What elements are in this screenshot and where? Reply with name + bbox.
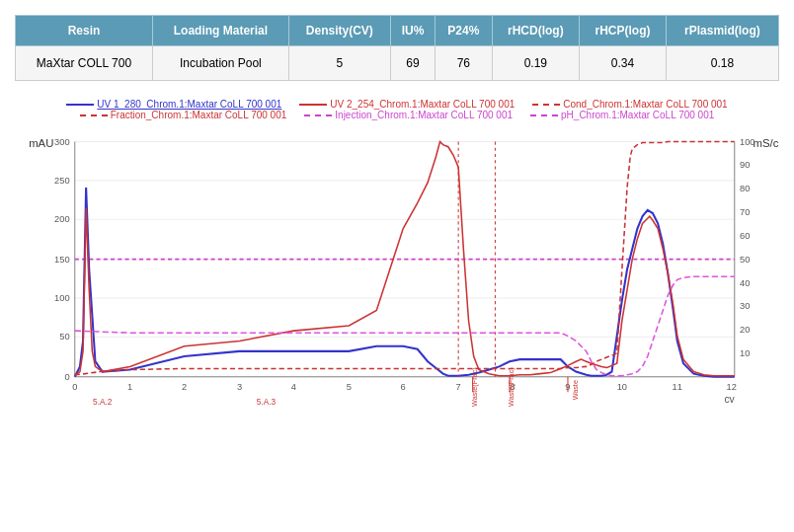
table-cell: Incubation Pool <box>153 46 289 81</box>
y-tick-150: 150 <box>54 255 70 265</box>
yr-tick-50: 50 <box>740 255 750 265</box>
legend-label: UV 1_280_Chrom.1:Maxtar CoLL 700 001 <box>97 99 281 110</box>
legend-line-color <box>80 114 108 116</box>
legend-label: UV 2_254_Chrom.1:Maxtar CoLL 700 001 <box>330 99 515 110</box>
yr-tick-20: 20 <box>740 325 750 335</box>
table-cell: MaXtar COLL 700 <box>16 46 153 81</box>
legend-label: Injection_Chrom.1:Maxtar CoLL 700 001 <box>335 110 513 120</box>
x-tick-11: 11 <box>673 382 682 392</box>
chart-svg: mAU mS/cm 300 250 200 150 100 50 0 100 9… <box>15 126 779 413</box>
annotation-5a3: 5.A.3 <box>257 398 277 407</box>
legend-item: UV 1_280_Chrom.1:Maxtar CoLL 700 001 <box>66 99 281 110</box>
legend-line-color <box>299 104 327 106</box>
table-cell: 0.34 <box>580 46 667 81</box>
legend-line-color <box>304 114 332 116</box>
yr-tick-10: 10 <box>740 348 750 358</box>
yr-tick-30: 30 <box>740 301 750 311</box>
table-cell: 5 <box>288 46 390 81</box>
annotation-waste: Waste <box>571 380 580 400</box>
yr-tick-40: 40 <box>740 278 750 288</box>
table-cell: 76 <box>436 46 492 81</box>
ph-line <box>75 276 735 375</box>
legend-item: Injection_Chrom.1:Maxtar CoLL 700 001 <box>304 110 513 120</box>
table-header: IU% <box>390 16 435 46</box>
yr-tick-80: 80 <box>740 184 750 193</box>
table-header: rHCP(log) <box>580 16 667 46</box>
y-left-label: mAU <box>29 137 53 149</box>
legend-item: UV 2_254_Chrom.1:Maxtar CoLL 700 001 <box>299 99 515 110</box>
table-header: Density(CV) <box>288 16 390 46</box>
uv1-line <box>75 188 735 377</box>
legend-label: Cond_Chrom.1:Maxtar CoLL 700 001 <box>563 99 727 110</box>
x-tick-12: 12 <box>726 382 736 392</box>
x-tick-5: 5 <box>347 382 352 392</box>
legend-item: Cond_Chrom.1:Maxtar CoLL 700 001 <box>532 99 727 110</box>
chart-legend: UV 1_280_Chrom.1:Maxtar CoLL 700 001UV 2… <box>15 99 779 120</box>
legend-line-color <box>66 104 94 106</box>
x-tick-4: 4 <box>291 382 296 392</box>
y-tick-200: 200 <box>54 214 70 224</box>
y-tick-100: 100 <box>54 293 70 303</box>
table-header: Loading Material <box>153 16 289 46</box>
table-header: rHCD(log) <box>492 16 580 46</box>
x-tick-7: 7 <box>456 382 461 392</box>
table-row: MaXtar COLL 700Incubation Pool569760.190… <box>16 46 779 81</box>
table-cell: 69 <box>390 46 435 81</box>
cond-line <box>75 142 735 375</box>
legend-line-color <box>532 104 560 106</box>
yr-tick-100: 100 <box>740 137 755 147</box>
legend-item: pH_Chrom.1:Maxtar CoLL 700 001 <box>530 110 714 120</box>
y-right-label: mS/cm <box>753 137 779 149</box>
yr-tick-70: 70 <box>740 207 750 217</box>
legend-label: Fraction_Chrom.1:Maxtar CoLL 700 001 <box>111 110 287 120</box>
yr-tick-90: 90 <box>740 160 750 170</box>
x-tick-1: 1 <box>127 382 132 392</box>
y-tick-300: 300 <box>54 137 70 147</box>
yr-tick-60: 60 <box>740 231 750 241</box>
table-header: rPlasmid(log) <box>666 16 778 46</box>
table-header: Resin <box>16 16 153 46</box>
x-label: cv <box>724 394 735 405</box>
annotation-waste-frac-2: Waste(Frac) <box>507 367 516 407</box>
chart-area: mAU mS/cm 300 250 200 150 100 50 0 100 9… <box>15 126 779 413</box>
legend-item: Fraction_Chrom.1:Maxtar CoLL 700 001 <box>80 110 287 120</box>
annotation-waste-frac-1: Waste(Frac) <box>470 367 479 407</box>
x-tick-0: 0 <box>72 382 77 392</box>
x-tick-6: 6 <box>401 382 406 392</box>
annotation-5a2: 5.A.2 <box>93 398 113 407</box>
y-tick-50: 50 <box>59 332 69 342</box>
x-tick-2: 2 <box>182 382 187 392</box>
y-tick-0: 0 <box>64 372 69 382</box>
y-tick-250: 250 <box>54 176 70 186</box>
x-tick-10: 10 <box>617 382 627 392</box>
legend-line-color <box>530 114 558 116</box>
legend-label: pH_Chrom.1:Maxtar CoLL 700 001 <box>561 110 714 120</box>
table-cell: 0.19 <box>492 46 580 81</box>
table-cell: 0.18 <box>666 46 778 81</box>
data-table: ResinLoading MaterialDensity(CV)IU%P24%r… <box>15 15 779 81</box>
x-tick-3: 3 <box>237 382 242 392</box>
table-header: P24% <box>436 16 492 46</box>
